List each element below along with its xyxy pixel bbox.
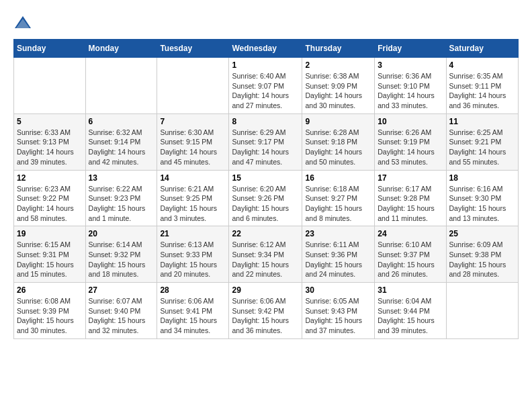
day-number: 9 [305, 117, 371, 126]
day-info: Sunrise: 6:29 AM Sunset: 9:17 PM Dayligh… [232, 128, 299, 167]
calendar-cell: 19Sunrise: 6:15 AM Sunset: 9:31 PM Dayli… [14, 226, 86, 283]
day-number: 10 [378, 117, 443, 126]
day-number: 20 [89, 229, 154, 238]
calendar-table: SundayMondayTuesdayWednesdayThursdayFrid… [13, 39, 519, 339]
day-number: 7 [160, 117, 226, 126]
calendar-cell: 20Sunrise: 6:14 AM Sunset: 9:32 PM Dayli… [85, 226, 157, 283]
day-info: Sunrise: 6:04 AM Sunset: 9:44 PM Dayligh… [378, 296, 443, 336]
day-info: Sunrise: 6:20 AM Sunset: 9:26 PM Dayligh… [232, 184, 299, 224]
day-number: 12 [17, 173, 83, 183]
day-info: Sunrise: 6:16 AM Sunset: 9:30 PM Dayligh… [449, 184, 515, 224]
page-header [13, 13, 519, 32]
day-number: 22 [232, 229, 299, 238]
day-of-week-header: Tuesday [157, 40, 229, 58]
calendar-week-row: 19Sunrise: 6:15 AM Sunset: 9:31 PM Dayli… [14, 226, 519, 283]
day-info: Sunrise: 6:28 AM Sunset: 9:18 PM Dayligh… [305, 128, 371, 167]
day-info: Sunrise: 6:15 AM Sunset: 9:31 PM Dayligh… [17, 240, 83, 279]
calendar-cell: 4Sunrise: 6:35 AM Sunset: 9:11 PM Daylig… [446, 58, 518, 114]
calendar-cell: 2Sunrise: 6:38 AM Sunset: 9:09 PM Daylig… [302, 58, 375, 114]
day-number: 19 [17, 229, 83, 238]
logo [13, 13, 35, 32]
day-info: Sunrise: 6:11 AM Sunset: 9:36 PM Dayligh… [305, 240, 371, 279]
calendar-cell [85, 58, 157, 114]
day-info: Sunrise: 6:38 AM Sunset: 9:09 PM Dayligh… [305, 71, 371, 111]
day-number: 28 [160, 285, 226, 295]
day-number: 8 [232, 117, 299, 126]
day-info: Sunrise: 6:22 AM Sunset: 9:23 PM Dayligh… [89, 184, 154, 224]
calendar-cell: 28Sunrise: 6:06 AM Sunset: 9:41 PM Dayli… [157, 283, 229, 339]
day-number: 11 [449, 117, 515, 126]
calendar-cell: 5Sunrise: 6:33 AM Sunset: 9:13 PM Daylig… [14, 113, 86, 170]
day-of-week-header: Wednesday [229, 40, 302, 58]
calendar-week-row: 26Sunrise: 6:08 AM Sunset: 9:39 PM Dayli… [14, 283, 519, 339]
calendar-cell: 10Sunrise: 6:26 AM Sunset: 9:19 PM Dayli… [375, 113, 446, 170]
day-number: 14 [160, 173, 226, 183]
calendar-week-row: 5Sunrise: 6:33 AM Sunset: 9:13 PM Daylig… [14, 113, 519, 170]
day-number: 4 [449, 60, 515, 70]
day-info: Sunrise: 6:06 AM Sunset: 9:41 PM Dayligh… [160, 296, 226, 336]
day-number: 23 [305, 229, 371, 238]
day-info: Sunrise: 6:08 AM Sunset: 9:39 PM Dayligh… [17, 296, 83, 336]
day-number: 2 [305, 60, 371, 70]
day-info: Sunrise: 6:32 AM Sunset: 9:14 PM Dayligh… [89, 128, 154, 167]
day-info: Sunrise: 6:05 AM Sunset: 9:43 PM Dayligh… [305, 296, 371, 336]
day-number: 29 [232, 285, 299, 295]
day-number: 1 [232, 60, 299, 70]
calendar-cell: 9Sunrise: 6:28 AM Sunset: 9:18 PM Daylig… [302, 113, 375, 170]
day-number: 30 [305, 285, 371, 295]
day-number: 5 [17, 117, 83, 126]
days-header-row: SundayMondayTuesdayWednesdayThursdayFrid… [14, 40, 519, 58]
calendar-cell: 1Sunrise: 6:40 AM Sunset: 9:07 PM Daylig… [229, 58, 302, 114]
calendar-cell: 3Sunrise: 6:36 AM Sunset: 9:10 PM Daylig… [375, 58, 446, 114]
calendar-cell: 23Sunrise: 6:11 AM Sunset: 9:36 PM Dayli… [302, 226, 375, 283]
day-info: Sunrise: 6:18 AM Sunset: 9:27 PM Dayligh… [305, 184, 371, 224]
day-info: Sunrise: 6:21 AM Sunset: 9:25 PM Dayligh… [160, 184, 226, 224]
calendar-week-row: 12Sunrise: 6:23 AM Sunset: 9:22 PM Dayli… [14, 170, 519, 226]
calendar-cell: 24Sunrise: 6:10 AM Sunset: 9:37 PM Dayli… [375, 226, 446, 283]
day-of-week-header: Thursday [302, 40, 375, 58]
calendar-cell: 12Sunrise: 6:23 AM Sunset: 9:22 PM Dayli… [14, 170, 86, 226]
day-number: 26 [17, 285, 83, 295]
day-number: 16 [305, 173, 371, 183]
day-number: 24 [378, 229, 443, 238]
calendar-cell: 17Sunrise: 6:17 AM Sunset: 9:28 PM Dayli… [375, 170, 446, 226]
day-info: Sunrise: 6:35 AM Sunset: 9:11 PM Dayligh… [449, 71, 515, 111]
day-number: 18 [449, 173, 515, 183]
calendar-cell: 15Sunrise: 6:20 AM Sunset: 9:26 PM Dayli… [229, 170, 302, 226]
day-info: Sunrise: 6:09 AM Sunset: 9:38 PM Dayligh… [449, 240, 515, 279]
logo-icon [13, 13, 32, 32]
day-number: 31 [378, 285, 443, 295]
day-number: 13 [89, 173, 154, 183]
day-number: 3 [378, 60, 443, 70]
calendar-cell: 30Sunrise: 6:05 AM Sunset: 9:43 PM Dayli… [302, 283, 375, 339]
day-info: Sunrise: 6:23 AM Sunset: 9:22 PM Dayligh… [17, 184, 83, 224]
day-of-week-header: Sunday [14, 40, 86, 58]
calendar-cell [14, 58, 86, 114]
calendar-cell: 31Sunrise: 6:04 AM Sunset: 9:44 PM Dayli… [375, 283, 446, 339]
calendar-cell: 22Sunrise: 6:12 AM Sunset: 9:34 PM Dayli… [229, 226, 302, 283]
day-info: Sunrise: 6:30 AM Sunset: 9:15 PM Dayligh… [160, 128, 226, 167]
day-info: Sunrise: 6:07 AM Sunset: 9:40 PM Dayligh… [89, 296, 154, 336]
day-number: 15 [232, 173, 299, 183]
day-of-week-header: Monday [85, 40, 157, 58]
day-info: Sunrise: 6:14 AM Sunset: 9:32 PM Dayligh… [89, 240, 154, 279]
day-info: Sunrise: 6:12 AM Sunset: 9:34 PM Dayligh… [232, 240, 299, 279]
calendar-cell: 7Sunrise: 6:30 AM Sunset: 9:15 PM Daylig… [157, 113, 229, 170]
calendar-cell: 21Sunrise: 6:13 AM Sunset: 9:33 PM Dayli… [157, 226, 229, 283]
day-number: 6 [89, 117, 154, 126]
day-info: Sunrise: 6:33 AM Sunset: 9:13 PM Dayligh… [17, 128, 83, 167]
calendar-cell: 18Sunrise: 6:16 AM Sunset: 9:30 PM Dayli… [446, 170, 518, 226]
calendar-cell: 25Sunrise: 6:09 AM Sunset: 9:38 PM Dayli… [446, 226, 518, 283]
calendar-cell: 29Sunrise: 6:06 AM Sunset: 9:42 PM Dayli… [229, 283, 302, 339]
day-number: 25 [449, 229, 515, 238]
calendar-week-row: 1Sunrise: 6:40 AM Sunset: 9:07 PM Daylig… [14, 58, 519, 114]
day-info: Sunrise: 6:26 AM Sunset: 9:19 PM Dayligh… [378, 128, 443, 167]
day-number: 21 [160, 229, 226, 238]
calendar-cell: 13Sunrise: 6:22 AM Sunset: 9:23 PM Dayli… [85, 170, 157, 226]
day-info: Sunrise: 6:36 AM Sunset: 9:10 PM Dayligh… [378, 71, 443, 111]
day-number: 17 [378, 173, 443, 183]
calendar-cell: 6Sunrise: 6:32 AM Sunset: 9:14 PM Daylig… [85, 113, 157, 170]
day-of-week-header: Saturday [446, 40, 518, 58]
day-info: Sunrise: 6:25 AM Sunset: 9:21 PM Dayligh… [449, 128, 515, 167]
calendar-cell: 11Sunrise: 6:25 AM Sunset: 9:21 PM Dayli… [446, 113, 518, 170]
